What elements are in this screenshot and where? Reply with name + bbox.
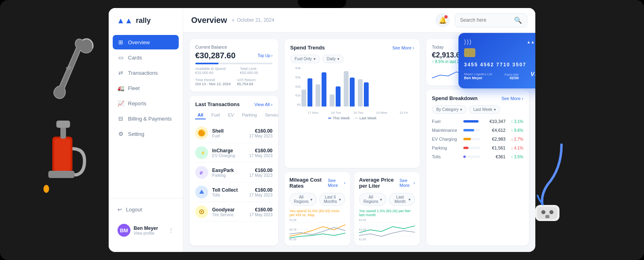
search-box[interactable]: 🔍 [455, 13, 527, 27]
sidebar-item-reports[interactable]: 📈 Reports [113, 96, 179, 111]
sidebar-item-setting[interactable]: ⚙ Setting [113, 127, 179, 141]
transaction-tabs: All Fuel EV Parking Service [195, 111, 272, 119]
spend-trends-title: Spend Trends [290, 45, 325, 51]
tolls-amount: €361 [483, 154, 506, 159]
shell-date: 17 May 2023 [249, 134, 272, 138]
spend-trends-see-more[interactable]: See More › [392, 45, 414, 50]
easypark-icon: ℯ [195, 166, 208, 179]
main-content-area: ▲▲ rally ⊞ Overview ▭ Cards ⇄ Transactio… [109, 8, 535, 252]
spend-trends-filters: Fuel Only ▾ Daily ▾ [290, 55, 414, 63]
maintenance-bar [463, 129, 474, 131]
topup-button[interactable]: Top Up › [258, 53, 272, 58]
search-icon: 🔍 [514, 16, 522, 24]
page-title: Overview [191, 16, 227, 25]
mileage-regions-filter[interactable]: All Regions ▾ [289, 193, 317, 206]
avg-price-chart: €2.00€1.50€1.00 [359, 219, 415, 241]
left-column: Current Balance €30,287.60 Top Up › [190, 39, 278, 246]
y-axis-labels: €4k€3k€2k€1k€0 [290, 66, 301, 106]
card-type: Fleet [530, 77, 535, 80]
logout-label: Logout [126, 207, 142, 213]
breakdown-category-filter[interactable]: By Category ▾ [432, 105, 466, 114]
credit-card: ))) ▲▲ rally [458, 33, 535, 88]
tollcollect-date: 17 May 2023 [249, 193, 272, 197]
expiry-label: Expiry date [505, 73, 519, 76]
x-axis-labels: 17 Mon18 Tue20 Thu19 Wed21 Fri [301, 111, 414, 115]
tollcollect-type: Tolls [212, 193, 245, 197]
mileage-period-filter[interactable]: Last 6 Months ▾ [319, 193, 345, 206]
mileage-chart: €1.00€0.75€0.50 [289, 219, 345, 241]
fuel-amount: €10,347 [483, 119, 506, 124]
parking-label: Parking [432, 145, 460, 150]
transaction-item-tollcollect: Toll Collect Tolls €160.00 17 May 2023 [195, 182, 272, 202]
shell-amount: €160.00 [249, 128, 272, 134]
header: Overview » October 21, 2024 🔔 🔍 [183, 8, 535, 33]
easypark-amount-col: €160.00 17 May 2023 [249, 168, 272, 178]
billing-icon: ⊟ [118, 115, 124, 122]
transaction-item-easypark: ℯ EasyPark Parking €160.00 17 May 2023 [195, 163, 272, 182]
goodyear-amount-col: €160.00 17 May 2023 [249, 207, 272, 217]
center-column: Spend Trends See More › Fuel Only ▾ [285, 39, 420, 246]
breakdown-see-more[interactable]: See More › [502, 96, 523, 101]
chevron-right-icon: » [232, 17, 235, 23]
tab-fuel[interactable]: Fuel [209, 111, 222, 119]
sidebar-item-overview[interactable]: ⊞ Overview [113, 35, 179, 49]
svg-rect-2 [54, 139, 70, 171]
fuel-only-filter[interactable]: Fuel Only ▾ [290, 55, 320, 63]
bar-2-last [316, 84, 320, 106]
transaction-item-incharge: ⚡ InCharge EV Charging €160.00 17 May 20… [195, 143, 272, 163]
sidebar-item-transactions[interactable]: ⇄ Transactions [113, 66, 179, 80]
content-area: Current Balance €30,287.60 Top Up › [183, 33, 535, 252]
easypark-amount: €160.00 [249, 168, 272, 173]
avg-period-filter[interactable]: Last Month ▾ [389, 193, 415, 206]
svg-point-4 [43, 185, 49, 193]
avg-price-see-more[interactable]: See More › [399, 178, 415, 188]
fleet-icon: 🚛 [118, 85, 124, 91]
tab-service[interactable]: Service [262, 111, 278, 119]
sidebar-item-setting-label: Setting [128, 131, 144, 137]
breakdown-period-filter[interactable]: Last Week ▾ [469, 105, 500, 114]
svg-point-9 [541, 210, 545, 214]
sidebar-item-fleet[interactable]: 🚛 Fleet [113, 81, 179, 95]
goodyear-icon [195, 205, 208, 218]
user-profile[interactable]: BM Ben Meyer View profile ⋮ [113, 221, 179, 240]
easypark-name: EasyPark [212, 168, 245, 173]
wrench-decoration: 19 [48, 32, 97, 113]
bottom-row: Mileage Cost Rates See More › All Region… [285, 172, 420, 246]
search-input[interactable] [460, 17, 511, 23]
daily-filter[interactable]: Daily ▾ [322, 55, 344, 63]
easypark-date: 17 May 2023 [249, 173, 272, 178]
logout-button[interactable]: ↩ Logout [113, 203, 179, 217]
avg-price-widget: Average Price per Liter See More › All R… [354, 172, 420, 246]
sidebar-item-cards[interactable]: ▭ Cards [113, 50, 179, 65]
sidebar-nav: ⊞ Overview ▭ Cards ⇄ Transactions 🚛 Flee… [109, 35, 183, 198]
transactions-card: Last Transactions View All › All Fuel EV… [190, 96, 278, 246]
ev-bar [463, 138, 471, 140]
incharge-info: InCharge EV Charging [212, 148, 245, 158]
tab-ev[interactable]: EV [225, 111, 236, 119]
view-all-button[interactable]: View All › [254, 102, 272, 107]
shell-amount-col: €160.00 17 May 2023 [249, 128, 272, 138]
setting-icon: ⚙ [118, 131, 124, 137]
goodyear-type: Tire Service [212, 213, 245, 217]
bar-group-5 [358, 79, 369, 106]
parking-bar-container [463, 147, 480, 149]
legend-this-week: This Week [328, 116, 350, 120]
reports-icon: 📈 [118, 100, 124, 106]
ev-change: ↓ 2.7% [509, 137, 523, 141]
user-name: Ben Meyer [134, 225, 165, 231]
sidebar-item-billing-label: Billing & Payments [128, 116, 171, 122]
easypark-info: EasyPark Parking [212, 168, 245, 178]
mileage-see-more[interactable]: See More › [328, 178, 345, 188]
bar-4-this [350, 78, 355, 106]
today-section: Today €2,913.68 ↑ 8.5% in last 24 hours [426, 39, 529, 86]
avg-regions-filter[interactable]: All Regions ▾ [359, 193, 386, 206]
svg-text:⚡: ⚡ [200, 150, 206, 156]
notifications-button[interactable]: 🔔 [436, 13, 450, 27]
card-holder: Ben Meyer [464, 76, 493, 80]
tab-parking[interactable]: Parking [239, 111, 259, 119]
sidebar-item-billing[interactable]: ⊟ Billing & Payments [113, 111, 179, 126]
incharge-icon: ⚡ [195, 146, 208, 159]
time-period-label: Time Period: [195, 78, 231, 82]
tab-all[interactable]: All [195, 111, 206, 119]
mileage-title: Mileage Cost Rates [289, 177, 328, 189]
